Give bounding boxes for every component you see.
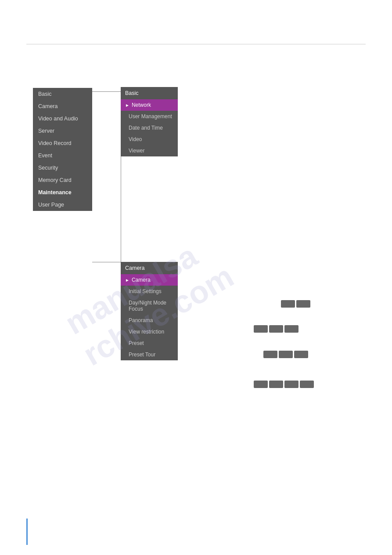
sidebar-item-video-audio[interactable]: Video and Audio xyxy=(33,112,92,125)
submenu-camera-panorama[interactable]: Panorama xyxy=(121,315,178,326)
gray-button-1-1[interactable] xyxy=(281,300,295,308)
gray-button-2-2[interactable] xyxy=(269,325,283,333)
btn-group-2 xyxy=(254,325,298,333)
gray-button-4-4[interactable] xyxy=(300,381,314,388)
sidebar-item-security[interactable]: Security xyxy=(33,162,92,174)
gray-button-3-3[interactable] xyxy=(294,351,308,358)
gray-button-4-3[interactable] xyxy=(284,381,298,388)
gray-button-3-1[interactable] xyxy=(263,351,277,358)
submenu-camera-panel: Camera ► Camera Initial Settings Day/Nig… xyxy=(121,262,178,360)
gray-button-2-1[interactable] xyxy=(254,325,268,333)
sidebar-item-basic[interactable]: Basic xyxy=(33,88,92,100)
btn-group-4 xyxy=(254,381,314,388)
top-divider xyxy=(26,44,366,44)
gray-button-4-2[interactable] xyxy=(269,381,283,388)
submenu-camera-daynight[interactable]: Day/Night Mode Focus xyxy=(121,297,178,315)
gray-button-4-1[interactable] xyxy=(254,381,268,388)
btn-group-3 xyxy=(263,351,308,358)
submenu-camera-preset-tour[interactable]: Preset Tour xyxy=(121,349,178,360)
sidebar-item-camera[interactable]: Camera xyxy=(33,100,92,112)
sidebar-menu: Basic Camera Video and Audio Server Vide… xyxy=(33,88,92,211)
submenu-camera-preset[interactable]: Preset xyxy=(121,337,178,349)
sidebar-item-user-page[interactable]: User Page xyxy=(33,199,92,211)
submenu-basic-user-mgmt[interactable]: User Management xyxy=(121,111,178,122)
connector-line-camera xyxy=(92,103,121,262)
btn-group-1 xyxy=(281,300,310,308)
gray-button-2-3[interactable] xyxy=(284,325,298,333)
submenu-camera-view-restriction[interactable]: View restriction xyxy=(121,326,178,337)
gray-button-3-2[interactable] xyxy=(279,351,293,358)
left-accent-border xyxy=(26,519,28,545)
submenu-basic-video[interactable]: Video xyxy=(121,134,178,145)
submenu-camera-header: Camera xyxy=(121,262,178,274)
sidebar-item-video-record[interactable]: Video Record xyxy=(33,137,92,149)
arrow-icon-camera: ► xyxy=(125,278,129,283)
submenu-basic-panel: Basic ► Network User Management Date and… xyxy=(121,87,178,156)
sidebar-item-memory-card[interactable]: Memory Card xyxy=(33,174,92,186)
sidebar-item-maintenance[interactable]: Maintenance xyxy=(33,186,92,199)
arrow-icon: ► xyxy=(125,103,129,108)
connector-line-basic xyxy=(92,91,121,92)
submenu-camera-initial[interactable]: Initial Settings xyxy=(121,286,178,297)
submenu-basic-header: Basic xyxy=(121,87,178,99)
gray-button-1-2[interactable] xyxy=(296,300,310,308)
submenu-basic-network[interactable]: ► Network xyxy=(121,99,178,111)
sidebar-item-server[interactable]: Server xyxy=(33,125,92,137)
sidebar-item-event[interactable]: Event xyxy=(33,149,92,162)
submenu-basic-date-time[interactable]: Date and Time xyxy=(121,122,178,134)
submenu-basic-viewer[interactable]: Viewer xyxy=(121,145,178,156)
submenu-camera-camera[interactable]: ► Camera xyxy=(121,274,178,286)
